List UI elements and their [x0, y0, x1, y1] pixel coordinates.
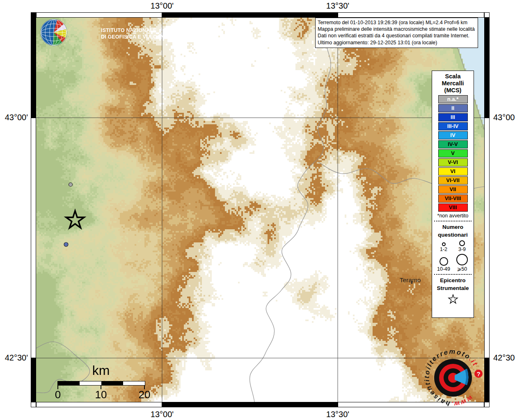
- seismic-markers: [64, 183, 84, 247]
- legend-sub-line: questionari: [432, 231, 474, 239]
- axis-label-lat-right-4300: 43°00': [493, 113, 515, 122]
- axis-label-lon-bottom-1330: 13°30': [326, 410, 349, 419]
- circle-icon: [442, 242, 446, 246]
- epicenter-title: Epicentro Strumentale: [432, 276, 474, 292]
- questionnaire-size-item: ⩾50: [453, 254, 472, 272]
- legend-separator: [434, 221, 472, 221]
- axis-label-lat-left-4230: 42°30': [0, 353, 28, 363]
- axis-label-lon-top-1300: 13°00': [151, 1, 174, 11]
- intensity-swatch-III: III: [438, 113, 468, 121]
- legend-sub-line: Numero: [432, 223, 474, 231]
- scale-bar-segment: [123, 381, 145, 385]
- macroseismic-map-page: 13°00' 13°30' 13°00' 13°30' 43°00' 42°30…: [0, 0, 515, 420]
- haisentitoilterremoto-logo[interactable]: www.haisentitoilterremoto.it ?: [416, 341, 490, 415]
- frame-seg: [36, 402, 162, 407]
- intensity-swatch-VI: VI: [438, 167, 468, 176]
- event-info-line: Mappa preliminare delle intensità macros…: [318, 26, 476, 32]
- ingv-logo-text: ISTITUTO NAZIONALE DI GEOFISICA E VULCAN…: [101, 27, 185, 40]
- legend-sub-line: Strumentale: [432, 284, 474, 292]
- intensity-swatch-VIII: VIII: [438, 203, 468, 212]
- frame-seg: [162, 402, 338, 407]
- legend-title-line: Mercalli: [432, 80, 474, 87]
- ingv-globe-icon: [40, 19, 67, 46]
- event-info-box: Terremoto del 01-10-2013 19:26:39 (ora l…: [315, 18, 478, 48]
- circle-icon: [439, 257, 448, 266]
- scale-bar-segments: [57, 381, 145, 386]
- questionnaire-dot-marker: [69, 183, 73, 187]
- frame-seg: [31, 358, 36, 402]
- axis-label-lon-bottom-1300: 13°00': [151, 410, 174, 419]
- scale-bar-unit: km: [57, 363, 144, 378]
- scale-bar: km 0 10 20: [57, 363, 149, 402]
- legend-footnote: *non avvertito: [432, 213, 474, 219]
- intensity-swatch-na: n.a.*: [438, 95, 468, 103]
- frame-seg: [162, 12, 338, 18]
- city-label-teramo: Teramo: [400, 276, 421, 284]
- axis-label-lat-left-4300: 43°00': [0, 113, 28, 122]
- circle-icon: [456, 254, 468, 265]
- frame-seg: [338, 12, 484, 18]
- axis-label-lat-right-4230: 42°30': [493, 353, 515, 363]
- legend-title: Scala Mercalli (MCS): [432, 73, 474, 94]
- scale-bar-segment: [101, 381, 123, 385]
- questionnaire-size-label: 3-9: [458, 247, 466, 252]
- legend-title-line: Scala: [432, 73, 474, 80]
- intensity-swatch-II: II: [438, 104, 468, 112]
- questionnaire-size-label: 10-49: [437, 266, 450, 272]
- frame-corner: [31, 12, 36, 18]
- question-mark-glyph: ?: [476, 370, 480, 377]
- intensity-swatch-VIIVIII: VII-VIII: [438, 194, 468, 203]
- intensity-scale-list: n.a.*IIIIIIII-IVIVIV-VVV-VIVIVI-VIIVIIVI…: [432, 95, 474, 212]
- questionnaire-size-key: 1-23-910-49⩾50: [432, 240, 474, 272]
- frame-seg: [484, 18, 490, 118]
- intensity-swatch-VIVII: VI-VII: [438, 176, 468, 185]
- epicenter-star-key: [432, 294, 474, 306]
- intensity-swatch-IVV: IV-V: [438, 140, 468, 148]
- epicenter-star-marker: [66, 211, 84, 228]
- intensity-swatch-IIIIV: III-IV: [438, 122, 468, 130]
- intensity-swatch-VII: VII: [438, 185, 468, 194]
- circle-icon: [459, 240, 465, 246]
- legend-separator: [434, 274, 472, 275]
- frame-seg: [31, 118, 36, 358]
- questionnaire-size-label: ⩾50: [457, 266, 467, 272]
- intensity-swatch-V: V: [438, 149, 468, 158]
- legend-sub-line: Epicentro: [432, 276, 474, 284]
- axis-label-lon-top-1330: 13°30': [326, 1, 349, 11]
- frame-seg: [484, 118, 490, 358]
- event-info-line: Ultimo aggiornamento: 29-12-2025 13:01 (…: [318, 39, 476, 46]
- scale-bar-segment: [58, 381, 80, 385]
- questionnaire-size-item: 10-49: [435, 257, 453, 272]
- questionnaire-size-item: 3-9: [453, 240, 472, 252]
- frame-seg: [31, 18, 36, 118]
- intensity-swatch-VVI: V-VI: [438, 158, 468, 167]
- frame-seg: [36, 12, 162, 18]
- event-info-line: Dati non verificati estratti da 4 questi…: [318, 32, 476, 39]
- frame-corner: [484, 12, 490, 18]
- event-info-line: Terremoto del 01-10-2013 19:26:39 (ora l…: [318, 19, 476, 26]
- ingv-logo: ISTITUTO NAZIONALE DI GEOFISICA E VULCAN…: [40, 19, 213, 48]
- questionnaire-dot-marker: [64, 242, 68, 247]
- legend-title-line: (MCS): [432, 87, 474, 94]
- questionnaire-size-label: 1-2: [440, 247, 447, 252]
- scale-bar-label: 20: [139, 388, 151, 401]
- questionnaire-size-item: 1-2: [435, 242, 453, 252]
- scale-bar-segment: [80, 381, 101, 385]
- questionnaire-count-title: Numero questionari: [432, 223, 474, 239]
- scale-bar-label: 0: [55, 388, 61, 401]
- scale-bar-label: 10: [95, 388, 107, 401]
- frame-corner: [31, 402, 36, 407]
- intensity-swatch-IV: IV: [438, 131, 468, 139]
- legend-panel: Scala Mercalli (MCS) n.a.*IIIIIIII-IVIVI…: [432, 71, 474, 318]
- star-icon: [448, 294, 458, 305]
